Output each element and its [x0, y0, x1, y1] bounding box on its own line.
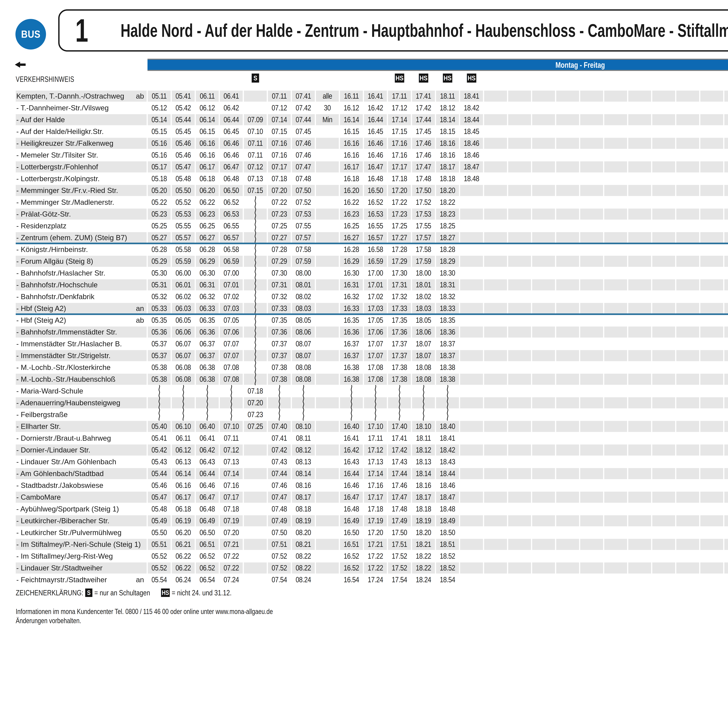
time-value: 17.33 — [392, 304, 407, 313]
time-cell: 18.41 — [436, 433, 459, 444]
stop-name-cell: - Leutkircher Str./Pulvermühlweg — [16, 527, 147, 538]
time-value: 17.48 — [392, 505, 407, 513]
empty-cell — [676, 480, 699, 491]
time-value: 05.30 — [151, 269, 167, 277]
empty-cell — [724, 173, 728, 184]
time-value: 17.37 — [392, 340, 407, 348]
day-band-label: Montag - Freitag — [555, 60, 605, 70]
stop-name-cell: - Bahnhofstr./Hochschule — [16, 279, 147, 291]
time-cell: 07.06 — [220, 326, 243, 338]
time-value: 05.46 — [151, 481, 167, 490]
time-cell: 17.52 — [388, 551, 411, 562]
time-value: 07.42 — [296, 104, 311, 112]
time-value: 05.51 — [151, 540, 167, 549]
time-value: 16.29 — [344, 257, 359, 265]
time-cell: 07.44 — [268, 468, 291, 479]
table-row: - Immenstädter Str./Strigelstr.05.3706.0… — [16, 350, 728, 361]
time-value: 05.32 — [151, 292, 167, 301]
time-value: 06.52 — [200, 563, 215, 572]
time-value: 06.42 — [224, 104, 239, 112]
time-cell: 07.17 — [220, 492, 243, 503]
empty-cell — [652, 421, 675, 432]
empty-cell — [508, 232, 531, 243]
empty-cell — [508, 468, 531, 479]
empty-cell — [556, 114, 579, 125]
time-value: 07.08 — [224, 375, 239, 383]
time-value: 05.48 — [176, 174, 191, 183]
time-cell: 05.15 — [148, 126, 171, 137]
frequency-note-cell — [316, 362, 339, 373]
frequency-note-cell — [316, 220, 339, 231]
time-cell: 18.46 — [460, 150, 483, 161]
stop-name: - Auf der Halde — [16, 115, 65, 124]
table-row: - Dornier-/Lindauer Str.05.4206.1206.420… — [16, 444, 728, 456]
wavy-line-icon — [253, 220, 258, 232]
empty-cell — [484, 150, 507, 161]
time-value: 17.02 — [368, 292, 383, 301]
empty-cell — [556, 539, 579, 550]
table-row: - Memeler Str./Tilsiter Str.05.1605.4606… — [16, 149, 728, 161]
wavy-line-icon — [277, 409, 281, 421]
empty-cell — [700, 232, 723, 243]
empty-cell — [700, 456, 723, 467]
empty-cell — [628, 456, 651, 467]
time-cell: 18.51 — [436, 539, 459, 550]
time-cell: 07.01 — [220, 279, 243, 291]
time-cell: 05.31 — [148, 279, 171, 291]
time-value: 05.55 — [176, 222, 191, 230]
time-cell: 06.03 — [172, 303, 195, 314]
empty-cell — [556, 574, 579, 585]
frequency-note-cell — [316, 291, 339, 302]
empty-cell — [724, 409, 728, 420]
empty-cell — [700, 103, 723, 113]
time-cell — [220, 386, 243, 396]
time-value: 06.40 — [200, 422, 215, 431]
table-row: - Leutkircher-/Biberacher Str.05.4906.19… — [16, 515, 728, 527]
time-cell — [460, 197, 483, 208]
time-value: 07.14 — [272, 115, 287, 124]
time-value: 08.19 — [296, 516, 311, 525]
time-value: 17.46 — [416, 151, 431, 159]
empty-cell — [532, 574, 555, 585]
empty-cell — [628, 114, 651, 125]
time-value: 18.08 — [416, 375, 431, 383]
empty-cell — [604, 103, 627, 113]
time-cell: 05.46 — [148, 480, 171, 491]
empty-cell — [652, 220, 675, 231]
empty-cell — [724, 562, 728, 574]
time-value: 06.43 — [200, 458, 215, 466]
time-cell: 07.13 — [244, 173, 267, 184]
time-value: 18.33 — [440, 304, 455, 313]
stop-name: - Zentrum (ehem. ZUM) (Steig B7) — [16, 233, 127, 242]
time-value: 08.03 — [296, 304, 311, 313]
time-cell: 05.50 — [172, 185, 195, 196]
time-cell: 07.46 — [292, 138, 315, 149]
empty-cell — [652, 291, 675, 302]
wavy-line-icon — [349, 409, 354, 421]
time-value: 07.32 — [272, 292, 287, 301]
empty-cell — [628, 256, 651, 267]
time-value: 08.17 — [296, 493, 311, 501]
wavy-line-icon — [349, 385, 354, 397]
time-cell: 18.29 — [436, 256, 459, 267]
empty-cell — [652, 386, 675, 396]
time-value: 07.23 — [248, 410, 263, 419]
time-cell: 06.10 — [172, 421, 195, 432]
time-cell: 17.10 — [364, 421, 387, 432]
time-cell — [460, 374, 483, 385]
time-value: 18.37 — [440, 351, 455, 360]
time-value: 05.33 — [151, 304, 167, 313]
time-value: 07.46 — [296, 151, 311, 159]
empty-cell — [604, 574, 627, 585]
time-cell: 06.42 — [196, 444, 219, 456]
time-cell: 05.12 — [148, 103, 171, 113]
time-cell: 08.07 — [292, 338, 315, 349]
empty-cell — [676, 208, 699, 220]
time-value: 17.42 — [392, 445, 407, 454]
empty-cell — [556, 350, 579, 361]
empty-cell — [628, 279, 651, 291]
empty-cell — [604, 468, 627, 479]
empty-cell — [580, 362, 603, 373]
time-value: 05.46 — [176, 151, 191, 159]
stop-name-cell: - Immenstädter Str./Haslacher B. — [16, 338, 147, 349]
